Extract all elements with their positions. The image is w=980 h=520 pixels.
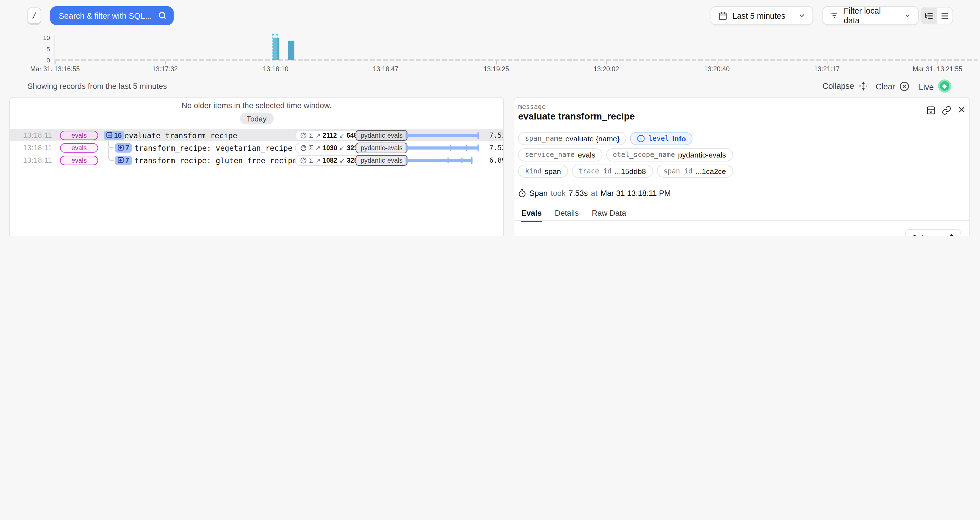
- clear-button[interactable]: Clear: [876, 81, 909, 91]
- duration-bar[interactable]: [406, 141, 479, 154]
- live-toggle[interactable]: Live: [919, 80, 951, 93]
- trace-row[interactable]: 13:18:11 evals 7 transform_recipe: veget…: [10, 141, 503, 154]
- attr-key: level: [648, 134, 669, 143]
- span-name[interactable]: transform_recipe: gluten_free_recipe: [134, 156, 297, 165]
- timeline-baseline: [55, 59, 977, 61]
- y-axis-line: [54, 35, 54, 64]
- tokens-in-value: 1030: [323, 144, 337, 151]
- token-stats-badge[interactable]: Σ ↗1030 ↙323: [295, 142, 363, 153]
- at-word: at: [591, 189, 597, 198]
- attribute-pill[interactable]: service_name evals: [518, 148, 602, 161]
- span-name[interactable]: evaluate transform_recipe: [124, 131, 237, 140]
- time-range-button[interactable]: Last 5 minutes: [711, 6, 813, 25]
- x-axis-tick: [606, 61, 607, 64]
- tokens-in-value: 2112: [323, 131, 337, 139]
- attribute-row: kind span trace_id ...15ddb8 span_id ...…: [518, 164, 733, 178]
- attr-value: ...15ddb8: [615, 167, 646, 175]
- expand-children-toggle[interactable]: 7: [115, 143, 132, 152]
- x-axis-label: Mar 31. 13:21:55: [913, 65, 963, 72]
- duration-text: 7.53s: [473, 131, 504, 140]
- list-view-icon: [940, 11, 950, 21]
- span-name[interactable]: transform_recipe: vegetarian_recipe: [134, 144, 292, 152]
- duration-bar[interactable]: [406, 129, 479, 141]
- x-axis-label: 13:20:40: [704, 65, 730, 72]
- took-word: took: [551, 189, 565, 198]
- tokens-in-value: 1082: [323, 156, 337, 164]
- minus-box-icon: [107, 132, 113, 138]
- duration-bar[interactable]: [406, 154, 473, 166]
- span-timestamp: Mar 31 13:18:11 PM: [601, 189, 671, 198]
- trace-row[interactable]: 13:18:11 evals 7 transform_recipe: glute…: [10, 154, 503, 166]
- x-axis-tick: [937, 61, 938, 64]
- attribute-pill[interactable]: trace_id ...15ddb8: [572, 164, 653, 178]
- service-tag-pill[interactable]: evals: [60, 143, 98, 152]
- live-label: Live: [919, 82, 934, 92]
- x-axis-label: 13:19:25: [484, 65, 509, 72]
- service-tag-pill[interactable]: evals: [60, 131, 98, 140]
- today-pill[interactable]: Today: [240, 113, 274, 124]
- attribute-pill[interactable]: otel_scope_name pydantic-evals: [606, 148, 733, 161]
- copy-link-icon[interactable]: [942, 105, 951, 115]
- filter-local-data-button[interactable]: Filter local data: [822, 6, 919, 25]
- x-axis-tick: [496, 61, 497, 64]
- tab-raw-data[interactable]: Raw Data: [592, 209, 626, 222]
- tree-view-icon: [924, 11, 934, 21]
- x-axis-label: 13:18:47: [373, 65, 398, 72]
- sigma-icon: Σ: [309, 144, 313, 151]
- x-axis-label: 13:18:10: [263, 65, 288, 72]
- close-icon[interactable]: [958, 105, 966, 114]
- otel-scope-tag[interactable]: pydantic-evals: [356, 155, 407, 166]
- token-stats-badge[interactable]: Σ ↗2112 ↙648: [295, 130, 363, 140]
- trace-row[interactable]: 13:18:11 evals 16 evaluate transform_rec…: [10, 129, 503, 141]
- time-range-label: Last 5 minutes: [732, 11, 785, 21]
- service-tag-pill[interactable]: evals: [60, 156, 98, 165]
- y-axis-tick-10: 10: [35, 34, 50, 41]
- columns-button[interactable]: Columns: [905, 229, 961, 236]
- filter-label: Filter local data: [844, 6, 899, 25]
- span-word: Span: [530, 189, 547, 198]
- timeline-selection-box[interactable]: [272, 34, 278, 60]
- attribute-pill[interactable]: kind span: [518, 164, 568, 178]
- collapse-children-toggle[interactable]: 16: [104, 131, 124, 140]
- attribute-pill[interactable]: span_name evaluate {name}: [518, 132, 627, 145]
- attr-key: span_id: [663, 167, 692, 175]
- x-axis-label: 13:20:02: [593, 65, 619, 72]
- token-stats-badge[interactable]: Σ ↗1082 ↙325: [295, 155, 363, 166]
- tree-view-button[interactable]: [921, 7, 937, 24]
- attribute-pill[interactable]: span_id ...1ca2ce: [657, 164, 733, 178]
- showing-records-text: Showing records from the last 5 minutes: [27, 82, 167, 91]
- child-count: 16: [114, 131, 122, 139]
- level-pill[interactable]: level Info: [630, 132, 693, 145]
- stopwatch-icon: [518, 189, 526, 198]
- collapse-button[interactable]: Collapse: [822, 81, 868, 91]
- attr-key: trace_id: [579, 167, 612, 175]
- x-axis-tick: [275, 61, 276, 64]
- search-input[interactable]: Search & filter with SQL...: [50, 6, 173, 25]
- plus-box-icon: [118, 145, 124, 151]
- clear-circle-x-icon: [899, 81, 909, 91]
- tab-evals[interactable]: Evals: [521, 209, 542, 222]
- slash-shortcut-key[interactable]: /: [27, 7, 41, 24]
- tokens-out-icon: ↙: [339, 144, 345, 151]
- chevron-down-icon: [904, 12, 911, 19]
- list-view-button[interactable]: [937, 7, 953, 24]
- calendar-icon: [718, 11, 727, 21]
- coin-icon: [300, 132, 307, 139]
- view-mode-toggle: [921, 7, 953, 24]
- x-axis-tick: [55, 61, 56, 64]
- empty-window-notice: No older items in the selected time wind…: [10, 101, 503, 110]
- sigma-icon: Σ: [309, 131, 313, 139]
- record-kind-label: message: [518, 102, 546, 110]
- clear-label: Clear: [876, 82, 895, 91]
- tokens-out-icon: ↙: [339, 157, 345, 163]
- otel-scope-tag[interactable]: pydantic-evals: [356, 130, 407, 140]
- live-indicator-icon[interactable]: [938, 80, 951, 93]
- dock-panel-icon[interactable]: [926, 105, 935, 115]
- expand-children-toggle[interactable]: 7: [115, 156, 132, 165]
- x-axis-tick: [717, 61, 718, 64]
- histogram-bar[interactable]: [288, 40, 294, 60]
- tab-details[interactable]: Details: [555, 209, 579, 222]
- attr-value: span: [545, 167, 561, 175]
- duration-text: 6.89s: [473, 156, 504, 164]
- otel-scope-tag[interactable]: pydantic-evals: [356, 142, 407, 153]
